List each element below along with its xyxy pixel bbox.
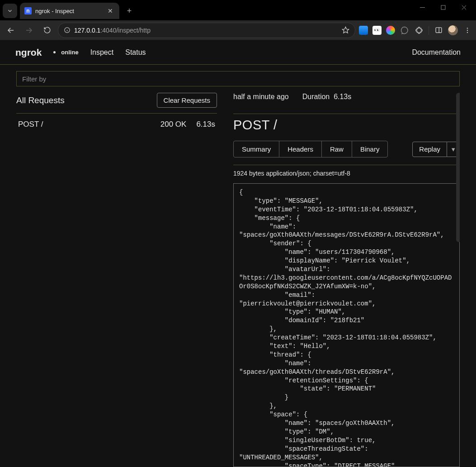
request-time: half a minute ago xyxy=(233,93,289,101)
scrollbar[interactable] xyxy=(456,93,460,242)
url-text: 127.0.0.1:4040/inspect/http xyxy=(74,27,151,34)
request-duration: 6.13s xyxy=(196,120,215,129)
svg-point-12 xyxy=(467,28,468,29)
extension-icon[interactable] xyxy=(400,23,410,38)
tab-search-button[interactable] xyxy=(3,4,17,18)
request-duration-label: Duration 6.13s xyxy=(302,93,352,101)
favicon-icon: n xyxy=(24,7,32,14)
profile-avatar[interactable] xyxy=(448,25,458,35)
extension-icon[interactable]: 👀 xyxy=(372,26,382,35)
side-panel-icon[interactable] xyxy=(434,23,443,38)
browser-tab[interactable]: n ngrok - Inspect ✕ xyxy=(20,3,119,19)
forward-button[interactable] xyxy=(22,23,36,38)
request-response: 200 OK xyxy=(160,120,187,129)
tab-raw[interactable]: Raw xyxy=(322,141,352,157)
tab-headers[interactable]: Headers xyxy=(279,141,322,157)
divider xyxy=(233,165,460,165)
svg-point-13 xyxy=(467,29,468,30)
requests-title: All Requests xyxy=(16,95,65,105)
app-header: ngrok online Inspect Status Documentatio… xyxy=(0,40,476,65)
extension-icon[interactable] xyxy=(359,26,368,35)
payload-info: 1924 bytes application/json; charset=utf… xyxy=(233,170,460,177)
titlebar: n ngrok - Inspect ✕ + xyxy=(0,0,476,20)
window-close-button[interactable] xyxy=(453,0,474,14)
request-row[interactable]: POST / 200 OK 6.13s xyxy=(16,114,217,135)
divider xyxy=(233,114,460,114)
extension-icon[interactable] xyxy=(386,26,395,35)
request-method-path: POST / xyxy=(18,120,160,129)
brand-logo: ngrok xyxy=(15,47,42,58)
svg-rect-1 xyxy=(441,5,445,10)
window-maximize-button[interactable] xyxy=(433,0,453,14)
svg-point-14 xyxy=(467,32,468,33)
site-info-icon[interactable] xyxy=(64,27,71,33)
connection-status: online xyxy=(53,49,78,56)
detail-panel: half a minute ago Duration 6.13s POST / … xyxy=(224,93,460,467)
payload-body[interactable]: { "type": "MESSAGE", "eventTime": "2023-… xyxy=(233,183,460,467)
tab-binary[interactable]: Binary xyxy=(352,141,388,157)
requests-panel: All Requests Clear Requests POST / 200 O… xyxy=(16,93,224,467)
replay-button[interactable]: Replay xyxy=(412,142,447,157)
detail-tabs: Summary Headers Raw Binary xyxy=(233,141,388,157)
back-button[interactable] xyxy=(4,23,18,38)
filter-input[interactable]: Filter by xyxy=(16,71,460,86)
request-title: POST / xyxy=(233,118,460,133)
tab-summary[interactable]: Summary xyxy=(234,141,279,157)
address-bar[interactable]: 127.0.0.1:4040/inspect/http xyxy=(58,23,355,38)
browser-toolbar: 127.0.0.1:4040/inspect/http 👀 xyxy=(0,20,476,40)
nav-documentation[interactable]: Documentation xyxy=(412,48,461,57)
extensions-puzzle-icon[interactable] xyxy=(414,23,424,38)
payload-json: { "type": "MESSAGE", "eventTime": "2023-… xyxy=(239,188,454,467)
new-tab-button[interactable]: + xyxy=(123,5,136,17)
toolbar-divider xyxy=(429,26,429,35)
svg-marker-9 xyxy=(342,27,349,33)
status-dot-icon xyxy=(53,51,56,53)
tab-title: ngrok - Inspect xyxy=(35,8,102,14)
bookmark-star-icon[interactable] xyxy=(342,26,349,34)
nav-status[interactable]: Status xyxy=(125,48,146,57)
filter-placeholder: Filter by xyxy=(22,75,46,83)
clear-requests-button[interactable]: Clear Requests xyxy=(157,93,217,108)
nav-inspect[interactable]: Inspect xyxy=(90,48,114,57)
tab-close-button[interactable]: ✕ xyxy=(106,6,115,15)
reload-button[interactable] xyxy=(40,23,54,38)
chrome-menu-icon[interactable] xyxy=(462,23,472,38)
main-content: Filter by All Requests Clear Requests PO… xyxy=(0,65,476,467)
window-minimize-button[interactable] xyxy=(412,0,433,14)
